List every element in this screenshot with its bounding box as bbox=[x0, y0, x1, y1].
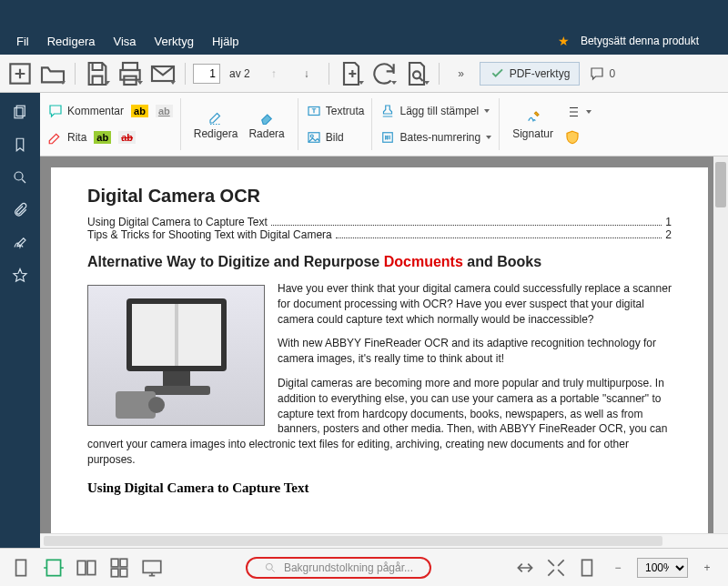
menu-tools[interactable]: Verktyg bbox=[146, 29, 203, 54]
separator bbox=[329, 63, 329, 85]
svg-rect-19 bbox=[87, 561, 96, 574]
page-down-button[interactable]: ↓ bbox=[292, 59, 321, 88]
signature-label: Signatur bbox=[512, 127, 553, 140]
textbox-label: Textruta bbox=[326, 105, 365, 117]
main-toolbar: av 2 ↑ ↓ » PDF-verktyg 0 bbox=[0, 55, 728, 93]
page-up-button[interactable]: ↑ bbox=[259, 59, 288, 88]
erase-tool[interactable]: Radera bbox=[243, 109, 289, 140]
highlight-tool[interactable]: ab bbox=[131, 105, 148, 117]
attachments-panel-button[interactable] bbox=[3, 195, 37, 226]
document-viewport[interactable]: Digital Camera OCR Using Digital Camera … bbox=[40, 157, 728, 550]
fit-page-button[interactable] bbox=[575, 556, 599, 580]
star-icon: ★ bbox=[558, 34, 570, 48]
comment-count: 0 bbox=[609, 67, 615, 80]
status-text: Bakgrundstolkning pågår... bbox=[284, 561, 413, 574]
svg-rect-3 bbox=[123, 63, 137, 70]
textbox-tool[interactable]: Textruta bbox=[306, 103, 365, 119]
page-number-input[interactable] bbox=[193, 64, 220, 84]
add-page-button[interactable] bbox=[337, 59, 366, 88]
zoom-in-button[interactable]: + bbox=[695, 556, 719, 580]
separator bbox=[75, 63, 76, 85]
fit-width-button[interactable] bbox=[42, 556, 66, 580]
svg-point-25 bbox=[266, 563, 272, 570]
continuous-view-button[interactable] bbox=[107, 556, 131, 580]
svg-point-13 bbox=[310, 135, 313, 137]
expand-ribbon-button[interactable]: » bbox=[447, 59, 476, 88]
svg-rect-16 bbox=[16, 560, 26, 575]
doc-heading3: Using Digital Camera to Capture Text bbox=[87, 480, 672, 496]
save-button[interactable] bbox=[83, 59, 112, 88]
search-panel-button[interactable] bbox=[3, 162, 37, 193]
strikeout-tool[interactable]: ab bbox=[118, 131, 136, 144]
stamp-label: Lägg till stämpel bbox=[399, 105, 479, 117]
new-tab-button[interactable] bbox=[5, 59, 35, 88]
pdf-tools-label: PDF-verktyg bbox=[510, 67, 571, 80]
underline-tool[interactable]: ab bbox=[156, 105, 173, 117]
rate-product-link[interactable]: Betygsätt denna produkt bbox=[581, 35, 699, 47]
titlebar bbox=[0, 0, 728, 27]
chevron-down-icon bbox=[486, 136, 491, 139]
document-page: Digital Camera OCR Using Digital Camera … bbox=[51, 167, 708, 550]
edit-tool[interactable]: Redigera bbox=[188, 109, 244, 140]
draw-label: Rita bbox=[67, 131, 86, 144]
bates-tool[interactable]: # Bates-numrering bbox=[379, 129, 491, 146]
highlight2-tool[interactable]: ab bbox=[94, 131, 111, 144]
page-total-label: av 2 bbox=[229, 67, 250, 80]
two-page-view-button[interactable] bbox=[75, 556, 98, 580]
pdf-tools-button[interactable]: PDF-verktyg bbox=[480, 62, 581, 86]
ribbon: Kommentar ab ab Rita ab ab Redigera Rade… bbox=[0, 93, 728, 157]
bookmarks-panel-button[interactable] bbox=[3, 129, 37, 160]
svg-rect-18 bbox=[77, 561, 86, 574]
presentation-view-button[interactable] bbox=[140, 556, 164, 580]
toc-page: 2 bbox=[665, 228, 672, 241]
fit-height-icon[interactable] bbox=[513, 556, 537, 580]
svg-point-10 bbox=[15, 172, 23, 180]
zoom-out-button[interactable]: − bbox=[606, 556, 630, 580]
edit-label: Redigera bbox=[194, 127, 238, 140]
horizontal-scrollbar[interactable] bbox=[40, 533, 728, 548]
signature-panel-button[interactable] bbox=[3, 227, 37, 258]
svg-rect-20 bbox=[111, 559, 118, 567]
left-sidebar bbox=[0, 93, 40, 548]
shield-tool[interactable] bbox=[564, 129, 592, 146]
menu-edit[interactable]: Redigera bbox=[38, 29, 105, 54]
image-label: Bild bbox=[326, 131, 344, 144]
print-button[interactable] bbox=[116, 59, 145, 88]
toc-page: 1 bbox=[665, 216, 672, 228]
svg-rect-17 bbox=[46, 560, 60, 575]
svg-rect-21 bbox=[120, 559, 127, 567]
doc-heading2: Alternative Way to Digitize and Repurpos… bbox=[87, 254, 672, 270]
separator bbox=[185, 63, 186, 85]
open-button[interactable] bbox=[38, 59, 67, 88]
list-tool[interactable] bbox=[564, 104, 592, 120]
erase-label: Radera bbox=[248, 127, 284, 140]
doc-illustration bbox=[87, 285, 265, 426]
menu-file[interactable]: Fil bbox=[7, 29, 38, 54]
signature-tool[interactable]: Signatur bbox=[507, 109, 559, 140]
draw-tool[interactable]: Rita bbox=[47, 129, 86, 146]
single-page-view-button[interactable] bbox=[9, 556, 33, 580]
comments-counter[interactable]: 0 bbox=[583, 66, 621, 82]
menubar: Fil Redigera Visa Verktyg Hjälp ★ Betygs… bbox=[0, 27, 728, 55]
vertical-scrollbar[interactable] bbox=[713, 157, 728, 550]
svg-text:#: # bbox=[385, 135, 389, 141]
stamp-tool[interactable]: Lägg till stämpel bbox=[379, 103, 490, 119]
svg-rect-26 bbox=[582, 560, 592, 575]
statusbar: Bakgrundstolkning pågår... − 100% + bbox=[0, 548, 728, 586]
favorites-panel-button[interactable] bbox=[3, 260, 37, 291]
zoom-select[interactable]: 100% bbox=[637, 558, 688, 578]
pages-panel-button[interactable] bbox=[3, 96, 37, 127]
svg-rect-23 bbox=[120, 569, 127, 577]
rotate-button[interactable] bbox=[369, 59, 399, 88]
fullscreen-button[interactable] bbox=[544, 556, 568, 580]
image-tool[interactable]: Bild bbox=[306, 129, 344, 146]
comment-label: Kommentar bbox=[67, 105, 124, 117]
menu-view[interactable]: Visa bbox=[104, 29, 145, 54]
mail-button[interactable] bbox=[148, 59, 177, 88]
doc-title: Digital Camera OCR bbox=[87, 186, 672, 207]
comment-tool[interactable]: Kommentar bbox=[47, 103, 124, 119]
toc-entry: Using Digital Camera to Capture Text bbox=[87, 216, 268, 228]
search-doc-button[interactable] bbox=[402, 59, 431, 88]
menu-help[interactable]: Hjälp bbox=[203, 29, 248, 54]
svg-rect-22 bbox=[111, 569, 118, 577]
